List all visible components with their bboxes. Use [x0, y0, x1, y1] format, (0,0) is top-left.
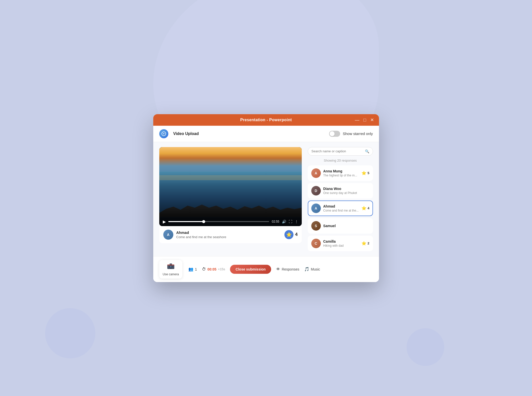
- app-header: Video Upload Show starred only: [153, 126, 379, 142]
- fullscreen-icon[interactable]: ⛶: [289, 220, 292, 224]
- showing-label: Showing 20 responses: [308, 159, 373, 162]
- video-info-bar: A Ahmad Come and find me at the seashore…: [159, 226, 302, 243]
- title-bar: Presentation - Powerpoint — □ ✕: [153, 114, 379, 126]
- video-caption: Come and find me at the seashore: [176, 235, 282, 239]
- participants-icon: 👥: [188, 267, 193, 272]
- more-icon[interactable]: ⋮: [295, 220, 298, 224]
- svg-rect-6: [167, 265, 174, 266]
- response-card[interactable]: SSamuel: [308, 218, 373, 234]
- video-user-name: Ahmad: [176, 230, 282, 235]
- close-button[interactable]: ✕: [370, 118, 374, 122]
- video-icon-group: 🔊 ⛶ ⋮: [282, 220, 298, 224]
- search-box[interactable]: 🔍: [308, 147, 373, 156]
- toggle-label: Show starred only: [343, 131, 373, 136]
- response-name: Samuel: [323, 224, 369, 228]
- video-panel: ▶ 02:55 🔊 ⛶ ⋮: [159, 147, 302, 251]
- app-logo: [159, 129, 168, 138]
- star-badge: ⭐ 4: [284, 230, 297, 239]
- window-controls: — □ ✕: [355, 118, 374, 122]
- logo-icon: [161, 131, 166, 136]
- response-meta: AhmadCome and find me at the...: [323, 204, 359, 212]
- response-avatar: S: [311, 221, 321, 231]
- star-circle: ⭐: [284, 230, 293, 239]
- main-content: ▶ 02:55 🔊 ⛶ ⋮: [153, 142, 379, 256]
- camera-svg: [167, 262, 175, 270]
- star-icon: ⭐: [286, 232, 292, 237]
- horizon-glow: [159, 175, 302, 180]
- video-user-avatar: A: [163, 230, 173, 240]
- response-name: Anna Mung: [323, 169, 359, 173]
- timer-display: 00:05: [207, 267, 216, 271]
- progress-thumb: [202, 220, 205, 223]
- response-caption: Hiking with dad: [323, 244, 359, 247]
- responses-button[interactable]: 👁 Responses: [276, 267, 299, 272]
- avatar-image: A: [163, 230, 173, 240]
- music-icon: 🎵: [304, 267, 309, 272]
- response-name: Ahmad: [323, 204, 359, 208]
- star-number: 5: [367, 171, 369, 175]
- eye-icon: 👁: [276, 267, 280, 272]
- star-number: 4: [367, 206, 369, 210]
- progress-fill: [168, 221, 204, 222]
- camera-widget[interactable]: Use camera: [159, 260, 183, 279]
- response-meta: Diana WooOne sunny day at Phuket: [323, 187, 369, 195]
- bottom-actions: 👥 1 ⏱ 00:05 +15s Close submission 👁 Resp…: [188, 265, 373, 274]
- music-label: Music: [311, 267, 320, 271]
- svg-point-4: [170, 266, 171, 267]
- application-window: Presentation - Powerpoint — □ ✕ Video Up…: [153, 114, 379, 282]
- close-submission-button[interactable]: Close submission: [230, 265, 271, 274]
- response-card[interactable]: DDiana WooOne sunny day at Phuket: [308, 183, 373, 199]
- timer-icon: ⏱: [202, 267, 206, 272]
- video-container[interactable]: ▶ 02:55 🔊 ⛶ ⋮: [159, 147, 302, 226]
- participant-stat: 👥 1: [188, 267, 197, 272]
- video-display: [159, 147, 302, 217]
- time-display: 02:55: [272, 220, 279, 223]
- play-button[interactable]: ▶: [163, 219, 166, 224]
- star-icon: ⭐: [361, 171, 366, 175]
- search-icon[interactable]: 🔍: [365, 149, 369, 153]
- show-starred-toggle[interactable]: [329, 131, 340, 137]
- response-star-badge: ⭐2: [361, 241, 369, 246]
- window-title: Presentation - Powerpoint: [240, 118, 292, 122]
- app-name: Video Upload: [173, 131, 199, 136]
- timer-stat: ⏱ 00:05 +15s: [202, 267, 225, 272]
- toggle-section: Show starred only: [329, 131, 373, 137]
- camera-label: Use camera: [163, 273, 179, 276]
- video-meta: Ahmad Come and find me at the seashore: [176, 230, 282, 239]
- participant-count: 1: [195, 267, 197, 271]
- response-avatar: A: [311, 204, 321, 213]
- star-number: 2: [367, 241, 369, 245]
- responses-panel: 🔍 Showing 20 responses AAnna MungThe hig…: [308, 147, 373, 251]
- response-card[interactable]: AAhmadCome and find me at the...⭐4: [308, 201, 373, 216]
- response-meta: Samuel: [323, 224, 369, 228]
- bottom-bar: Use camera 👥 1 ⏱ 00:05 +15s Close submis…: [153, 256, 379, 282]
- star-icon: ⭐: [361, 206, 366, 211]
- response-meta: CamillaHiking with dad: [323, 239, 359, 247]
- star-icon: ⭐: [361, 241, 366, 246]
- response-card[interactable]: AAnna MungThe highest tip of the m...⭐5: [308, 165, 373, 181]
- response-caption: Come and find me at the...: [323, 209, 359, 212]
- video-controls-bar: ▶ 02:55 🔊 ⛶ ⋮: [159, 217, 302, 226]
- maximize-button[interactable]: □: [363, 118, 366, 122]
- star-count: 4: [295, 232, 297, 237]
- response-caption: The highest tip of the m...: [323, 174, 359, 177]
- response-star-badge: ⭐4: [361, 206, 369, 211]
- response-star-badge: ⭐5: [361, 171, 369, 175]
- response-card[interactable]: CCamillaHiking with dad⭐2: [308, 236, 373, 251]
- response-name: Camilla: [323, 239, 359, 243]
- response-avatar: C: [311, 239, 321, 248]
- search-input[interactable]: [312, 149, 363, 153]
- response-caption: One sunny day at Phuket: [323, 191, 369, 195]
- logo-inner: [160, 130, 168, 138]
- volume-icon[interactable]: 🔊: [282, 220, 286, 224]
- minimize-button[interactable]: —: [355, 118, 359, 122]
- camera-icon: [167, 262, 175, 271]
- responses-label: Responses: [282, 267, 299, 271]
- response-avatar: D: [311, 186, 321, 195]
- music-button[interactable]: 🎵 Music: [304, 267, 320, 272]
- response-name: Diana Woo: [323, 187, 369, 191]
- timer-extra: +15s: [218, 267, 225, 271]
- response-meta: Anna MungThe highest tip of the m...: [323, 169, 359, 177]
- progress-bar[interactable]: [168, 221, 269, 222]
- toggle-thumb: [330, 131, 335, 136]
